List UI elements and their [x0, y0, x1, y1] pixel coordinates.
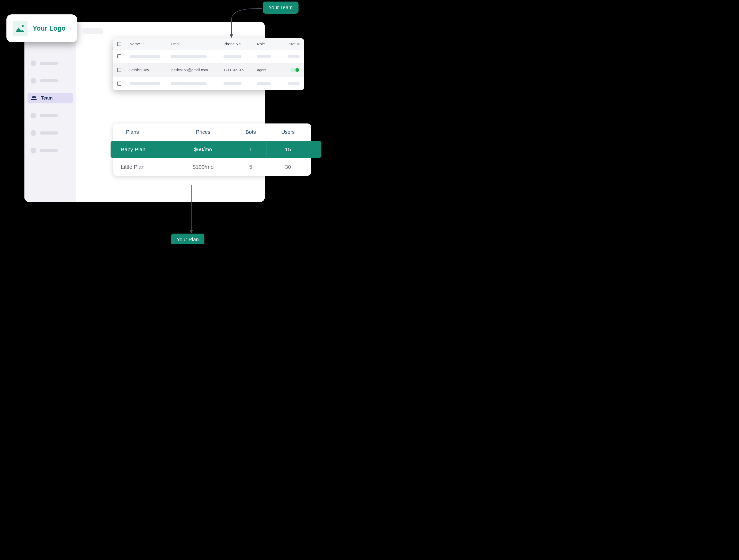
placeholder [171, 82, 207, 85]
connector-team [221, 5, 265, 41]
col-phone: Phone No. [224, 42, 257, 46]
cell-name: Jessica Ray [130, 68, 171, 72]
sidebar-label-placeholder [40, 131, 58, 135]
sidebar-item-placeholder[interactable] [27, 128, 73, 138]
placeholder [257, 55, 271, 58]
col-status: Status [283, 42, 300, 46]
select-all-checkbox[interactable] [117, 42, 121, 46]
svg-point-0 [32, 97, 33, 98]
plans-card: Plans Prices Bots Users Baby Plan $60/mo… [113, 124, 311, 176]
sidebar-item-placeholder[interactable] [27, 110, 73, 121]
sidebar-item-label: Team [41, 96, 53, 101]
sidebar-item-placeholder[interactable] [27, 76, 73, 86]
sidebar-icon-placeholder [31, 148, 36, 153]
svg-point-3 [22, 25, 24, 27]
cell-plan-name: Baby Plan [121, 146, 177, 153]
row-checkbox[interactable] [117, 68, 121, 72]
sidebar-label-placeholder [40, 79, 58, 82]
table-row[interactable]: Jessica Ray jessica158@gmail.com +211846… [113, 63, 304, 77]
status-toggle[interactable] [290, 67, 300, 72]
cell-plan-users: 15 [273, 146, 303, 153]
plan-row[interactable]: Little Plan $100/mo 5 30 [113, 158, 311, 176]
cell-plan-price: $100/mo [177, 164, 229, 170]
placeholder [257, 82, 271, 85]
row-checkbox[interactable] [117, 82, 121, 86]
col-role: Role [257, 42, 283, 46]
row-checkbox[interactable] [117, 54, 121, 58]
table-row[interactable] [113, 50, 304, 63]
team-icon [31, 96, 37, 101]
svg-marker-6 [190, 230, 193, 233]
image-icon [13, 21, 27, 36]
connector-plan [189, 185, 194, 234]
placeholder [171, 55, 207, 58]
placeholder [130, 55, 160, 58]
col-prices: Prices [177, 129, 229, 135]
cell-phone: +211846315 [224, 68, 257, 72]
sidebar-icon-placeholder [31, 60, 36, 66]
col-users: Users [273, 129, 303, 135]
placeholder [224, 55, 242, 58]
callout-your-team: Your Team [263, 2, 299, 14]
col-email: Email [171, 42, 224, 46]
svg-point-1 [33, 96, 35, 98]
sidebar-label-placeholder [40, 62, 58, 65]
plan-row-selected[interactable]: Baby Plan $60/mo 1 15 [111, 141, 321, 158]
sidebar-label-placeholder [40, 114, 58, 117]
sidebar-item-team[interactable]: Team [27, 93, 73, 103]
logo-text: Your Logo [33, 24, 65, 32]
sidebar-icon-placeholder [31, 113, 36, 118]
cell-plan-price: $60/mo [177, 146, 229, 153]
team-table-card: Name Email Phone No. Role Status Jessica… [113, 38, 304, 90]
cell-email: jessica158@gmail.com [171, 68, 224, 72]
placeholder [288, 55, 300, 58]
cell-plan-users: 30 [273, 164, 303, 170]
placeholder [130, 82, 160, 85]
sidebar-item-placeholder[interactable] [27, 145, 73, 156]
sidebar-label-placeholder [40, 149, 58, 152]
sidebar-icon-placeholder [31, 78, 36, 84]
sidebar-icon-placeholder [31, 130, 36, 136]
svg-point-2 [35, 97, 36, 98]
col-plans: Plans [121, 129, 177, 135]
logo-card: Your Logo [6, 14, 77, 42]
col-name: Name [130, 42, 171, 46]
svg-marker-4 [230, 34, 233, 37]
table-row[interactable] [113, 77, 304, 90]
callout-your-plan: Your Plan [171, 234, 204, 244]
placeholder [224, 82, 242, 85]
team-table-header: Name Email Phone No. Role Status [113, 38, 304, 50]
cell-plan-name: Little Plan [121, 164, 177, 170]
sidebar-item-placeholder[interactable] [27, 58, 73, 69]
placeholder [288, 82, 300, 85]
plans-header: Plans Prices Bots Users [113, 124, 311, 141]
topbar-placeholder [83, 28, 103, 34]
cell-role: Agent [257, 68, 283, 72]
sidebar: Team [24, 22, 76, 202]
